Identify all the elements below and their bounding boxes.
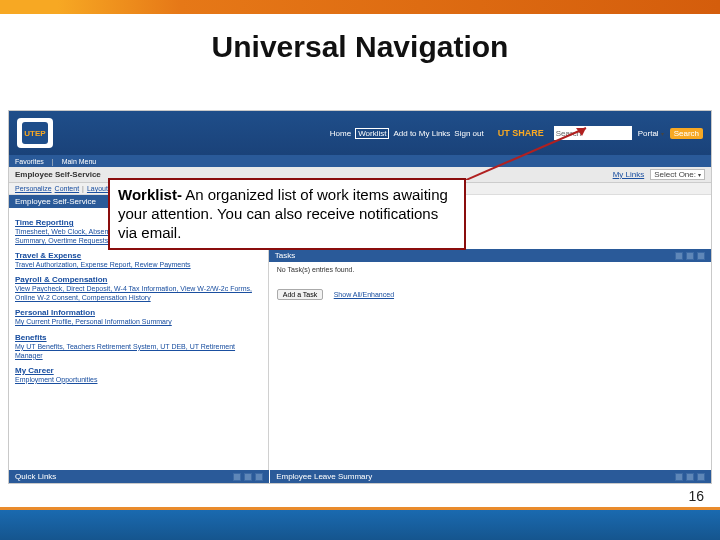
page-number: 16 <box>688 488 704 504</box>
travel-heading[interactable]: Travel & Expense <box>15 251 262 260</box>
app-header: UTEP Home Worklist Add to My Links Sign … <box>9 111 711 155</box>
leave-summary-title: Employee Leave Summary <box>276 472 372 481</box>
career-links[interactable]: Employment Opportunities <box>15 375 262 384</box>
ql-min-icon[interactable] <box>233 473 241 481</box>
search-button[interactable]: Search <box>670 128 703 139</box>
my-links[interactable]: My Links <box>613 170 645 179</box>
callout-term: Worklist- <box>118 186 182 203</box>
layout-link[interactable]: Layout <box>87 185 108 192</box>
app-screenshot: UTEP Home Worklist Add to My Links Sign … <box>8 110 712 484</box>
tasks-title: Tasks <box>275 251 295 260</box>
show-all-enhanced[interactable]: Show All/Enhanced <box>334 291 394 298</box>
callout-box: Worklist- An organized list of work item… <box>108 178 466 250</box>
brand-label: UT SHARE <box>498 128 544 138</box>
add-task-button[interactable]: Add a Task <box>277 289 324 300</box>
benefits-heading[interactable]: Benefits <box>15 333 262 342</box>
no-tasks-text: No Task(s) entries found. <box>269 262 711 277</box>
payroll-links[interactable]: View Paycheck, Direct Deposit, W-4 Tax I… <box>15 284 262 302</box>
slide-accent-bar <box>0 0 720 14</box>
tab-main-menu[interactable]: Main Menu <box>62 158 97 165</box>
personalize-link[interactable]: Personalize <box>15 185 52 192</box>
breadcrumb-title: Employee Self-Service <box>15 170 101 179</box>
select-one-dropdown[interactable]: Select One: <box>650 169 705 180</box>
tasks-close-icon[interactable] <box>697 252 705 260</box>
ls-min-icon[interactable] <box>675 473 683 481</box>
ql-opts-icon[interactable] <box>244 473 252 481</box>
travel-links[interactable]: Travel Authorization, Expense Report, Re… <box>15 260 262 269</box>
personal-links[interactable]: My Current Profile, Personal Information… <box>15 317 262 326</box>
portal-dropdown[interactable]: Portal <box>638 129 664 138</box>
nav-home[interactable]: Home <box>330 129 351 138</box>
header-nav: Home Worklist Add to My Links Sign out <box>330 128 484 139</box>
nav-add-links[interactable]: Add to My Links <box>393 129 450 138</box>
ess-pagelet-title: Employee Self-Service <box>15 197 96 206</box>
nav-worklist[interactable]: Worklist <box>355 128 389 139</box>
career-heading[interactable]: My Career <box>15 366 262 375</box>
header-right: Home Worklist Add to My Links Sign out U… <box>330 126 703 140</box>
content-link[interactable]: Content <box>55 185 80 192</box>
footer-bar <box>0 510 720 540</box>
tab-strip: Favorites | Main Menu <box>9 155 711 167</box>
ls-close-icon[interactable] <box>697 473 705 481</box>
personal-heading[interactable]: Personal Information <box>15 308 262 317</box>
tab-favorites[interactable]: Favorites <box>15 158 44 165</box>
tasks-header: Tasks <box>269 249 711 262</box>
quick-links-title: Quick Links <box>15 472 56 481</box>
quick-links-pagelet: Quick Links <box>9 470 269 483</box>
utep-logo: UTEP <box>17 118 53 148</box>
tasks-min-icon[interactable] <box>675 252 683 260</box>
tasks-opts-icon[interactable] <box>686 252 694 260</box>
leave-summary-pagelet: Employee Leave Summary <box>270 470 711 483</box>
benefits-links[interactable]: My UT Benefits, Teachers Retirement Syst… <box>15 342 262 360</box>
slide-title: Universal Navigation <box>0 30 720 64</box>
ls-opts-icon[interactable] <box>686 473 694 481</box>
payroll-heading[interactable]: Payroll & Compensation <box>15 275 262 284</box>
nav-signout[interactable]: Sign out <box>454 129 483 138</box>
ql-close-icon[interactable] <box>255 473 263 481</box>
search-input[interactable]: Search <box>554 126 632 140</box>
